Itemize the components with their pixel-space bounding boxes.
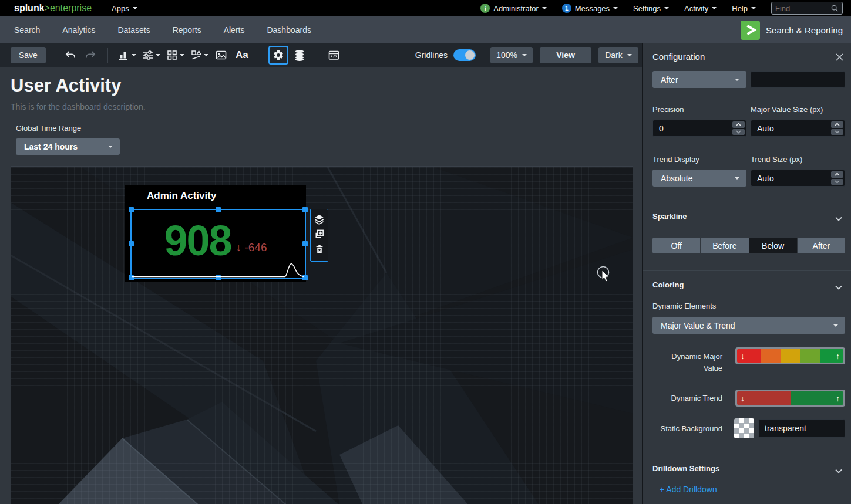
undo-button[interactable] xyxy=(62,46,79,64)
tab-datasets[interactable]: Datasets xyxy=(117,25,150,35)
sparkline-section-header[interactable]: Sparkline xyxy=(652,212,687,221)
add-image-button[interactable] xyxy=(213,46,230,64)
splunk-logo[interactable]: splunk>enterprise xyxy=(14,3,92,13)
dashboard-description[interactable]: This is for the dashboard description. xyxy=(11,102,146,111)
resize-handle-ne[interactable] xyxy=(302,207,308,212)
messages-menu[interactable]: 1 Messages xyxy=(562,4,618,13)
sparkline-below-button[interactable]: Below xyxy=(749,238,797,253)
precision-input[interactable] xyxy=(652,120,746,137)
stepper-up-button[interactable] xyxy=(732,121,745,128)
color-swatch-yellow[interactable] xyxy=(781,349,800,363)
tab-reports[interactable]: Reports xyxy=(173,25,201,35)
widget-selection-outline[interactable] xyxy=(130,209,306,279)
redo-button[interactable] xyxy=(82,46,99,64)
stepper-down-button[interactable] xyxy=(831,129,843,136)
sparkline-after-button[interactable]: After xyxy=(798,238,845,253)
editor-toolbar: Save Aa xyxy=(0,43,642,67)
find-input[interactable] xyxy=(775,4,830,13)
up-arrow-icon: ↑ xyxy=(836,351,840,361)
trend-size-input[interactable] xyxy=(751,170,845,187)
add-text-button[interactable]: Aa xyxy=(236,49,248,61)
view-button[interactable]: View xyxy=(540,47,591,63)
chevron-down-icon xyxy=(833,324,838,327)
dashboard-title[interactable]: User Activity xyxy=(11,75,121,96)
help-menu[interactable]: Help xyxy=(732,4,756,13)
layers-button[interactable] xyxy=(314,214,325,228)
gear-icon xyxy=(273,49,284,61)
resize-handle-e[interactable] xyxy=(302,241,308,246)
coloring-section-header[interactable]: Coloring xyxy=(652,280,684,289)
sparkline-off-button[interactable]: Off xyxy=(652,238,700,253)
stepper-up-button[interactable] xyxy=(831,171,843,178)
zoom-level-dropdown[interactable]: 100% xyxy=(490,47,533,63)
chevron-down-icon xyxy=(627,54,632,56)
save-button[interactable]: Save xyxy=(11,47,46,63)
color-swatch-orange[interactable] xyxy=(761,349,781,363)
chevron-down-icon[interactable] xyxy=(835,465,842,476)
add-chart-button[interactable] xyxy=(118,49,136,61)
data-sources-button[interactable] xyxy=(291,46,308,64)
chevron-down-icon xyxy=(735,79,739,81)
stepper-down-button[interactable] xyxy=(831,179,843,185)
static-background-input[interactable] xyxy=(758,419,845,438)
dynamic-elements-dropdown[interactable]: Major Value & Trend xyxy=(652,317,845,334)
chevron-down-icon xyxy=(108,146,113,148)
drilldown-section-header[interactable]: Drilldown Settings xyxy=(652,464,719,473)
tab-dashboards[interactable]: Dashboards xyxy=(267,25,311,35)
sparkline-before-button[interactable]: Before xyxy=(701,238,748,253)
tab-alerts[interactable]: Alerts xyxy=(224,25,245,35)
bar-chart-icon xyxy=(118,49,130,61)
search-reporting-app-icon xyxy=(741,21,760,40)
color-swatch-green[interactable]: ↑ xyxy=(820,349,843,363)
dynamic-major-value-color-picker[interactable]: ↓ ↑ xyxy=(735,347,845,364)
current-app[interactable]: Search & Reporting xyxy=(741,21,843,40)
chevron-down-icon[interactable] xyxy=(835,282,842,292)
chevron-down-icon[interactable] xyxy=(835,213,842,224)
add-drilldown-link[interactable]: + Add Drilldown xyxy=(660,485,717,494)
dynamic-trend-color-picker[interactable]: ↓ ↑ xyxy=(735,390,845,407)
chevron-down-icon xyxy=(156,54,160,56)
duplicate-button[interactable] xyxy=(314,229,325,242)
unit-position-dropdown[interactable]: After xyxy=(652,71,746,88)
activity-menu[interactable]: Activity xyxy=(684,4,717,13)
trend-swatch-red[interactable]: ↓ xyxy=(737,391,791,405)
delete-button[interactable] xyxy=(314,243,325,257)
configuration-button[interactable] xyxy=(268,46,288,65)
unit-input[interactable] xyxy=(751,71,845,88)
resize-handle-n[interactable] xyxy=(216,207,221,212)
chevron-down-icon xyxy=(204,54,208,56)
theme-dropdown[interactable]: Dark xyxy=(598,47,638,63)
static-background-swatch[interactable] xyxy=(734,418,754,438)
dashboard-canvas[interactable]: Admin Activity 908 ↓ -646 xyxy=(11,166,633,504)
color-swatch-light-green[interactable] xyxy=(800,349,820,363)
find-search-box[interactable] xyxy=(771,2,843,15)
trend-size-label: Trend Size (px) xyxy=(751,155,802,164)
tab-search[interactable]: Search xyxy=(14,25,40,35)
source-editor-button[interactable] xyxy=(325,46,343,64)
dynamic-major-value-label: Dynamic Major Value xyxy=(652,351,722,374)
global-time-range-label: Global Time Range xyxy=(16,124,81,133)
configuration-panel: Configuration After Precision Major Valu… xyxy=(642,43,851,504)
trend-swatch-green[interactable]: ↑ xyxy=(791,391,844,405)
precision-stepper xyxy=(732,121,745,135)
stepper-down-button[interactable] xyxy=(732,129,745,136)
layout-button[interactable] xyxy=(166,49,184,61)
close-panel-button[interactable] xyxy=(836,53,843,63)
widget-mini-toolbar xyxy=(310,209,328,262)
tab-analytics[interactable]: Analytics xyxy=(62,25,95,35)
color-swatch-red[interactable]: ↓ xyxy=(737,349,761,363)
resize-handle-nw[interactable] xyxy=(129,207,134,212)
gridlines-toggle[interactable] xyxy=(453,49,476,61)
divider xyxy=(107,48,108,63)
add-shape-button[interactable] xyxy=(190,49,208,61)
resize-handle-w[interactable] xyxy=(129,241,134,246)
time-range-dropdown[interactable]: Last 24 hours xyxy=(16,138,120,155)
add-input-button[interactable] xyxy=(142,49,160,61)
stepper-up-button[interactable] xyxy=(831,121,843,128)
settings-menu[interactable]: Settings xyxy=(633,4,669,13)
administrator-menu[interactable]: i Administrator xyxy=(480,4,547,13)
trend-display-dropdown[interactable]: Absolute xyxy=(652,170,746,187)
major-value-size-input[interactable] xyxy=(751,120,845,137)
apps-menu[interactable]: Apps xyxy=(112,4,137,13)
trend-size-stepper xyxy=(831,171,843,185)
